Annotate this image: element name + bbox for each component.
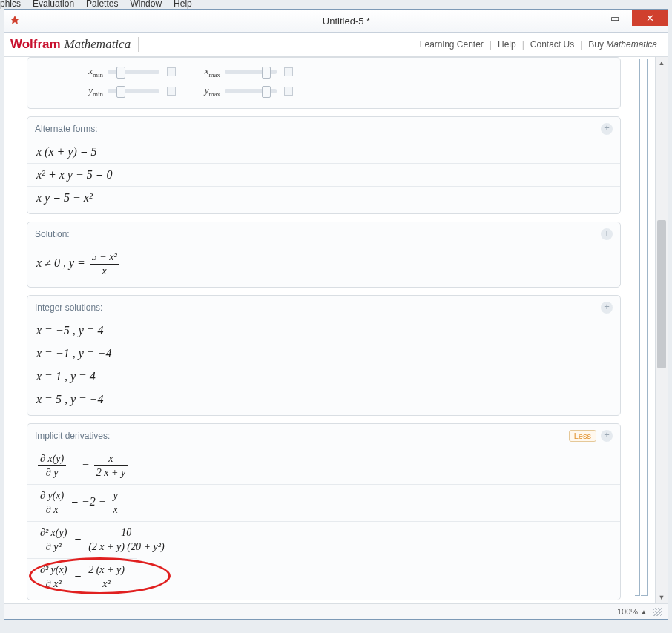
app-icon xyxy=(9,15,21,27)
help-link[interactable]: Help xyxy=(498,39,516,50)
vertical-scrollbar[interactable]: ▲ ▼ xyxy=(655,57,668,603)
app-header: Wolfram Mathematica Learning Center| Hel… xyxy=(4,33,668,57)
pod-title: Implicit derivatives: xyxy=(35,431,110,441)
scroll-down-icon[interactable]: ▼ xyxy=(656,591,668,603)
maximize-button[interactable]: ▭ xyxy=(598,10,632,26)
formula-row-highlighted: ∂² y(x)∂ x² = 2 (x + y)x² xyxy=(27,558,137,595)
formula-row: x = −5 , y = 4 xyxy=(27,319,620,342)
zoom-level[interactable]: 100% xyxy=(617,607,638,616)
ymin-slider[interactable] xyxy=(108,89,159,93)
formula-row: ∂ y(x)∂ x = −2 − yx xyxy=(27,484,620,521)
plot-controls-pod: xmin xmax ymin ymax xyxy=(27,57,621,109)
pod-title: Solution: xyxy=(35,229,70,239)
expand-icon[interactable]: + xyxy=(601,302,613,314)
scroll-thumb[interactable] xyxy=(657,220,666,368)
notebook-area[interactable]: xmin xmax ymin ymax xyxy=(4,57,655,603)
ymax-label: ymax xyxy=(191,84,220,98)
formula-row: x y = 5 − x² xyxy=(27,186,620,209)
ymax-step[interactable] xyxy=(284,87,293,96)
formula-row: x ≠ 0 , y = 5 − x²x xyxy=(27,246,620,282)
solution-pod: Solution: + x ≠ 0 , y = 5 − x²x xyxy=(27,222,621,288)
buy-link[interactable]: Buy Mathematica xyxy=(588,39,657,50)
pod-title: Alternate forms: xyxy=(35,124,98,134)
ymin-step[interactable] xyxy=(167,87,176,96)
resize-grip[interactable] xyxy=(653,607,662,616)
cell-bracket-inner[interactable] xyxy=(635,59,640,596)
implicit-derivatives-pod: Implicit derivatives: Less + ∂ x(y)∂ y =… xyxy=(27,423,621,600)
xmin-step[interactable] xyxy=(167,67,176,76)
titlebar[interactable]: Untitled-5 * — ▭ ✕ xyxy=(4,10,668,33)
xmax-step[interactable] xyxy=(284,67,293,76)
formula-row: x = −1 , y = −4 xyxy=(27,342,620,365)
xmax-slider[interactable] xyxy=(225,70,277,74)
less-button[interactable]: Less xyxy=(569,430,596,442)
expand-icon[interactable]: + xyxy=(601,228,613,240)
close-button[interactable]: ✕ xyxy=(632,10,668,26)
scroll-up-icon[interactable]: ▲ xyxy=(656,57,668,69)
pod-title: Integer solutions: xyxy=(35,302,102,313)
formula-row: ∂² x(y)∂ y² = 10(2 x + y) (20 + y²) xyxy=(27,521,620,558)
alternate-forms-pod: Alternate forms: + x (x + y) = 5 x² + x … xyxy=(27,116,621,214)
xmax-label: xmax xyxy=(191,65,220,79)
cell-bracket-outer[interactable] xyxy=(641,59,648,596)
brand: Wolfram Mathematica xyxy=(10,37,131,52)
formula-row: x = 1 , y = 4 xyxy=(27,365,620,388)
xmin-slider[interactable] xyxy=(108,70,159,74)
formula-row: x = 5 , y = −4 xyxy=(27,388,620,411)
expand-icon[interactable]: + xyxy=(601,430,613,442)
formula-row: ∂ x(y)∂ y = − x2 x + y xyxy=(27,448,620,484)
parent-menubar: phicsEvaluationPalettesWindowHelp xyxy=(0,0,204,9)
status-bar: 100% ▲ xyxy=(4,603,668,619)
notebook-window: Untitled-5 * — ▭ ✕ Wolfram Mathematica L… xyxy=(4,9,668,620)
formula-row: x (x + y) = 5 xyxy=(27,141,620,163)
divider xyxy=(138,37,139,52)
expand-icon[interactable]: + xyxy=(601,123,613,135)
integer-solutions-pod: Integer solutions: + x = −5 , y = 4 x = … xyxy=(27,295,621,416)
svg-marker-0 xyxy=(10,16,19,24)
ymin-label: ymin xyxy=(73,84,103,98)
formula-row: x² + x y − 5 = 0 xyxy=(27,163,620,186)
ymax-slider[interactable] xyxy=(225,89,277,93)
learning-center-link[interactable]: Learning Center xyxy=(420,39,484,50)
xmin-label: xmin xyxy=(73,65,103,79)
zoom-menu-icon[interactable]: ▲ xyxy=(641,609,647,615)
minimize-button[interactable]: — xyxy=(564,10,598,26)
contact-us-link[interactable]: Contact Us xyxy=(530,39,574,50)
